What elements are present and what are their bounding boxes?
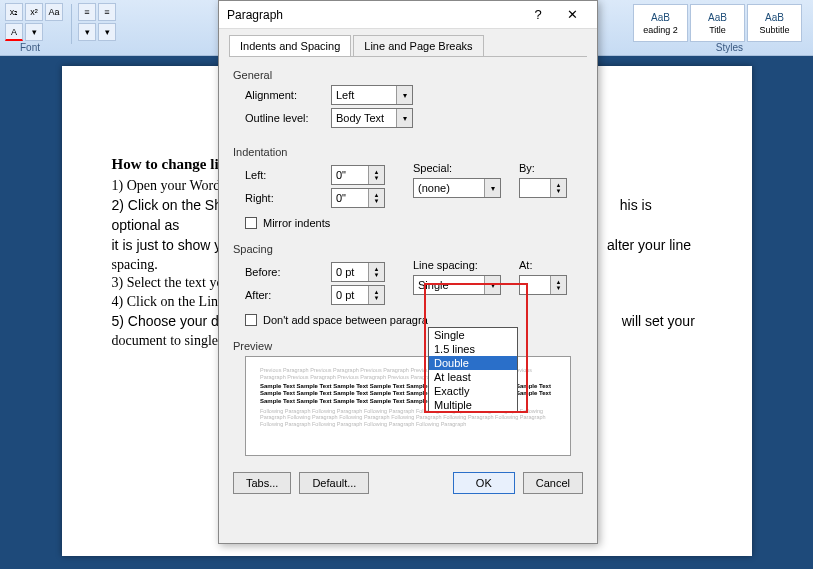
checkbox-icon bbox=[245, 314, 257, 326]
indent-left-input[interactable]: 0"▲▼ bbox=[331, 165, 385, 185]
by-input[interactable]: ▲▼ bbox=[519, 178, 567, 198]
ribbon-group-styles-label: Styles bbox=[716, 42, 743, 53]
line-spacing-dropdown[interactable]: Single 1.5 lines Double At least Exactly… bbox=[428, 327, 518, 413]
ok-button[interactable]: OK bbox=[453, 472, 515, 494]
align-left-button[interactable]: ≡ bbox=[78, 3, 96, 21]
superscript-button[interactable]: x² bbox=[25, 3, 43, 21]
style-heading2[interactable]: AaBeading 2 bbox=[633, 4, 688, 42]
outline-label: Outline level: bbox=[245, 112, 325, 124]
ribbon-group-font-label: Font bbox=[20, 42, 40, 53]
special-label: Special: bbox=[413, 162, 501, 174]
dropdown-item[interactable]: Multiple bbox=[429, 398, 517, 412]
dropdown-item[interactable]: Exactly bbox=[429, 384, 517, 398]
default-button[interactable]: Default... bbox=[299, 472, 369, 494]
group-title: Spacing bbox=[233, 243, 583, 255]
tabs-button[interactable]: Tabs... bbox=[233, 472, 291, 494]
outline-combo[interactable]: Body Text▾ bbox=[331, 108, 413, 128]
dialog-button-row: Tabs... Default... OK Cancel bbox=[219, 462, 597, 504]
by-label: By: bbox=[519, 162, 567, 174]
at-label: At: bbox=[519, 259, 567, 271]
chevron-down-icon: ▾ bbox=[396, 109, 412, 127]
after-input[interactable]: 0 pt▲▼ bbox=[331, 285, 385, 305]
group-title: Indentation bbox=[233, 146, 583, 158]
dialog-title: Paragraph bbox=[227, 8, 521, 22]
after-label: After: bbox=[245, 289, 325, 301]
spinner-icon[interactable]: ▲▼ bbox=[368, 189, 384, 207]
cancel-button[interactable]: Cancel bbox=[523, 472, 583, 494]
alignment-label: Alignment: bbox=[245, 89, 325, 101]
tab-line-page-breaks[interactable]: Line and Page Breaks bbox=[353, 35, 483, 56]
close-button[interactable]: ✕ bbox=[555, 4, 589, 26]
indent-right-label: Right: bbox=[245, 192, 325, 204]
dropdown-item[interactable]: 1.5 lines bbox=[429, 342, 517, 356]
paragraph-dialog: Paragraph ? ✕ Indents and Spacing Line a… bbox=[218, 0, 598, 544]
dialog-titlebar[interactable]: Paragraph ? ✕ bbox=[219, 1, 597, 29]
at-input[interactable]: ▲▼ bbox=[519, 275, 567, 295]
highlight-button[interactable]: ▾ bbox=[25, 23, 43, 41]
alignment-combo[interactable]: Left▾ bbox=[331, 85, 413, 105]
style-subtitle[interactable]: AaBSubtitle bbox=[747, 4, 802, 42]
group-spacing: Spacing Before:0 pt▲▼ After:0 pt▲▼ Line … bbox=[233, 243, 583, 326]
checkbox-icon bbox=[245, 217, 257, 229]
dropdown-item-selected[interactable]: Double bbox=[429, 356, 517, 370]
align-center-button[interactable]: ≡ bbox=[98, 3, 116, 21]
spinner-icon[interactable]: ▲▼ bbox=[550, 276, 566, 294]
font-color-button[interactable]: A bbox=[5, 23, 23, 41]
group-title: General bbox=[233, 69, 583, 81]
help-button[interactable]: ? bbox=[521, 4, 555, 26]
line-spacing-combo[interactable]: Single▾ bbox=[413, 275, 501, 295]
mirror-indents-checkbox[interactable]: Mirror indents bbox=[245, 217, 583, 229]
dropdown-item[interactable]: At least bbox=[429, 370, 517, 384]
tab-indents-spacing[interactable]: Indents and Spacing bbox=[229, 35, 351, 56]
group-general: General Alignment: Left▾ Outline level: … bbox=[233, 69, 583, 128]
special-combo[interactable]: (none)▾ bbox=[413, 178, 501, 198]
chevron-down-icon: ▾ bbox=[484, 276, 500, 294]
indent-right-input[interactable]: 0"▲▼ bbox=[331, 188, 385, 208]
indent-left-label: Left: bbox=[245, 169, 325, 181]
chevron-down-icon: ▾ bbox=[396, 86, 412, 104]
spinner-icon[interactable]: ▲▼ bbox=[368, 166, 384, 184]
spinner-icon[interactable]: ▲▼ bbox=[550, 179, 566, 197]
before-label: Before: bbox=[245, 266, 325, 278]
before-input[interactable]: 0 pt▲▼ bbox=[331, 262, 385, 282]
border-button[interactable]: ▾ bbox=[98, 23, 116, 41]
preview-box: Previous Paragraph Previous Paragraph Pr… bbox=[245, 356, 571, 456]
chevron-down-icon: ▾ bbox=[484, 179, 500, 197]
subscript-button[interactable]: x₂ bbox=[5, 3, 23, 21]
group-indentation: Indentation Left:0"▲▼ Right:0"▲▼ Special… bbox=[233, 146, 583, 229]
style-title[interactable]: AaBTitle bbox=[690, 4, 745, 42]
dont-add-space-checkbox[interactable]: Don't add space between paragra bbox=[245, 314, 583, 326]
ribbon-divider bbox=[71, 4, 72, 44]
line-spacing-label: Line spacing: bbox=[413, 259, 501, 271]
spinner-icon[interactable]: ▲▼ bbox=[368, 286, 384, 304]
change-case-button[interactable]: Aa bbox=[45, 3, 63, 21]
shading-button[interactable]: ▾ bbox=[78, 23, 96, 41]
group-title: Preview bbox=[233, 340, 583, 352]
spinner-icon[interactable]: ▲▼ bbox=[368, 263, 384, 281]
dialog-tabs: Indents and Spacing Line and Page Breaks bbox=[229, 35, 587, 57]
dropdown-item[interactable]: Single bbox=[429, 328, 517, 342]
group-preview: Preview Previous Paragraph Previous Para… bbox=[233, 340, 583, 456]
